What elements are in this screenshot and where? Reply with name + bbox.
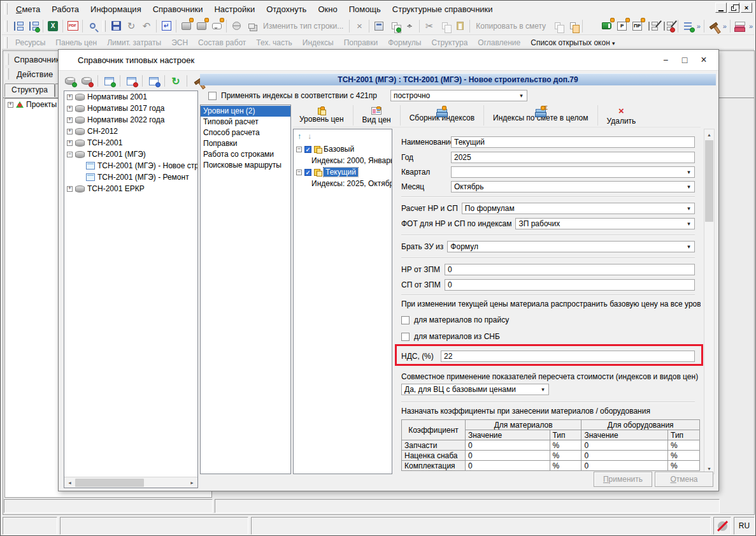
scrollbar-thumb[interactable]: [75, 479, 144, 487]
move-up-button[interactable]: ↑: [297, 132, 301, 141]
tree-edit-button[interactable]: [645, 19, 660, 33]
excel-export-button[interactable]: [45, 19, 61, 33]
level-row-current[interactable]: − ✓ Текущий: [294, 166, 392, 178]
category-price-levels[interactable]: Уровни цен (2): [201, 106, 290, 117]
materials-price-checkbox[interactable]: [401, 316, 410, 324]
vat-input[interactable]: [441, 351, 695, 362]
language-indicator[interactable]: RU: [734, 517, 755, 535]
menu-pomosch[interactable]: Помощь: [343, 3, 387, 16]
toolbar-grip[interactable]: [4, 3, 8, 15]
more-chevron[interactable]: »: [748, 22, 754, 30]
globe-button[interactable]: [229, 19, 244, 33]
calculator-button[interactable]: [371, 19, 387, 33]
move-down-button[interactable]: ↓: [308, 132, 311, 141]
book-settings-button[interactable]: [599, 19, 615, 33]
category-typical-calc[interactable]: Типовой расчет: [201, 117, 290, 127]
copy-page-color-button[interactable]: [565, 19, 580, 33]
price-level-button[interactable]: Уровень цен: [293, 104, 350, 127]
expand-icon[interactable]: +: [67, 140, 73, 146]
menu-informatsiya[interactable]: Информация: [85, 3, 147, 16]
comment-settings-button[interactable]: [209, 19, 224, 33]
norm-pr-button[interactable]: ПР: [630, 19, 645, 33]
level-row-base[interactable]: − ✓ Базовый: [294, 143, 392, 155]
scrollbar-thumb[interactable]: [705, 140, 713, 222]
menu-spravochniki[interactable]: Справочники: [147, 3, 209, 16]
expand-icon[interactable]: +: [67, 129, 73, 134]
month-select[interactable]: Октябрь▾: [451, 181, 695, 192]
tree-edit-remove-button[interactable]: [660, 19, 676, 33]
cancel-button[interactable]: Отмена: [655, 472, 713, 487]
expand-icon[interactable]: +: [67, 106, 73, 112]
menu-nastroyki[interactable]: Настройки: [208, 3, 260, 16]
nr-zpm-input[interactable]: [445, 264, 695, 275]
dialog-title-bar[interactable]: Справочник типовых настроек − □ ×: [59, 50, 718, 71]
price-kind-button[interactable]: Вид цен: [356, 104, 397, 127]
tree-add-button[interactable]: [25, 19, 41, 33]
toolbar-grip[interactable]: [103, 20, 106, 32]
grid-copy-button[interactable]: [146, 74, 161, 88]
checkbox-checked-icon[interactable]: ✓: [304, 146, 311, 153]
apply-button[interactable]: Применить: [594, 472, 652, 487]
quarter-select[interactable]: ▾: [451, 166, 695, 178]
tree-row[interactable]: −ТСН-2001 (МГЭ): [64, 148, 197, 160]
coef-cell[interactable]: %: [668, 451, 700, 461]
list-add-button[interactable]: [680, 19, 695, 33]
horizontal-scrollbar[interactable]: ◄ ►: [64, 477, 197, 488]
delete-row-button[interactable]: ×: [352, 19, 367, 33]
cut-button[interactable]: ✂: [422, 19, 437, 33]
index-collection-button[interactable]: Сборник индексов: [403, 104, 481, 127]
sp-zpm-input[interactable]: [445, 279, 695, 291]
scroll-up-button[interactable]: ▲: [704, 129, 714, 140]
window-close-button[interactable]: ×: [741, 3, 752, 13]
dialog-minimize-button[interactable]: −: [656, 53, 675, 67]
expand-icon[interactable]: +: [8, 102, 13, 108]
open-windows-list-button[interactable]: Список открытых окон ▾: [525, 37, 620, 48]
year-input[interactable]: [451, 152, 695, 163]
more-chevron[interactable]: »: [722, 22, 728, 30]
tree-row[interactable]: +Нормативы 2017 года: [64, 103, 197, 114]
panel-resursy[interactable]: Ресурсы: [10, 37, 50, 48]
menu-okno[interactable]: Окно: [312, 3, 343, 16]
coef-cell[interactable]: 0: [465, 451, 550, 461]
dialog-maximize-button[interactable]: □: [675, 53, 694, 67]
coef-cell[interactable]: 0: [465, 461, 550, 471]
materials-snb-checkbox[interactable]: [401, 333, 410, 341]
tree-row[interactable]: +ТСН-2001 ЕРКР: [64, 183, 197, 194]
toolbar-grip[interactable]: [4, 37, 8, 48]
window-minimize-button[interactable]: [715, 3, 727, 13]
server-settings-alt-button[interactable]: [194, 19, 209, 33]
collapse-icon[interactable]: −: [296, 147, 302, 152]
panel-sostav-rabot[interactable]: Состав работ: [193, 37, 251, 48]
level-index-row[interactable]: Индексы: 2025, Октябрь: [294, 178, 392, 189]
copy-button[interactable]: [437, 19, 452, 33]
coef-cell[interactable]: %: [550, 451, 581, 461]
refresh-button[interactable]: ↻: [168, 74, 183, 88]
fot-select[interactable]: ЗП рабочих▾: [515, 218, 695, 229]
sort-rows-button[interactable]: [402, 19, 417, 33]
panel-struktura[interactable]: Структура: [426, 37, 473, 48]
layers-button[interactable]: [244, 19, 259, 33]
books-button[interactable]: [732, 19, 748, 33]
panel-limit-zatraty[interactable]: Лимит. затраты: [102, 37, 166, 48]
pdf-export-button[interactable]: [65, 19, 80, 33]
expand-icon[interactable]: +: [67, 94, 73, 100]
vertical-scrollbar[interactable]: ▲ ▼: [704, 129, 715, 474]
grid-add-button[interactable]: [101, 74, 117, 88]
server-settings-button[interactable]: [178, 19, 194, 33]
save-button[interactable]: [108, 19, 124, 33]
panel-oglavlenie[interactable]: Оглавление: [473, 37, 525, 48]
panel-indeksy[interactable]: Индексы: [297, 37, 339, 48]
scroll-left-button[interactable]: ◄: [64, 477, 75, 488]
coef-cell[interactable]: %: [668, 461, 700, 471]
tree-row[interactable]: +СН-2012: [64, 126, 197, 137]
tree-row[interactable]: +Нормативы 2022 года: [64, 114, 197, 126]
apply-indices-mode-select[interactable]: построчно ▾: [390, 90, 527, 101]
refresh-button[interactable]: ↻: [124, 19, 139, 33]
panel-esn[interactable]: ЭСН: [166, 37, 193, 48]
coef-cell[interactable]: %: [550, 461, 581, 471]
name-input[interactable]: [451, 136, 695, 148]
db-add-button[interactable]: [62, 74, 78, 88]
tree-structure-button[interactable]: [10, 19, 25, 33]
level-index-row[interactable]: Индексы: 2000, Январь: [294, 155, 392, 166]
collapse-icon[interactable]: −: [296, 170, 302, 175]
